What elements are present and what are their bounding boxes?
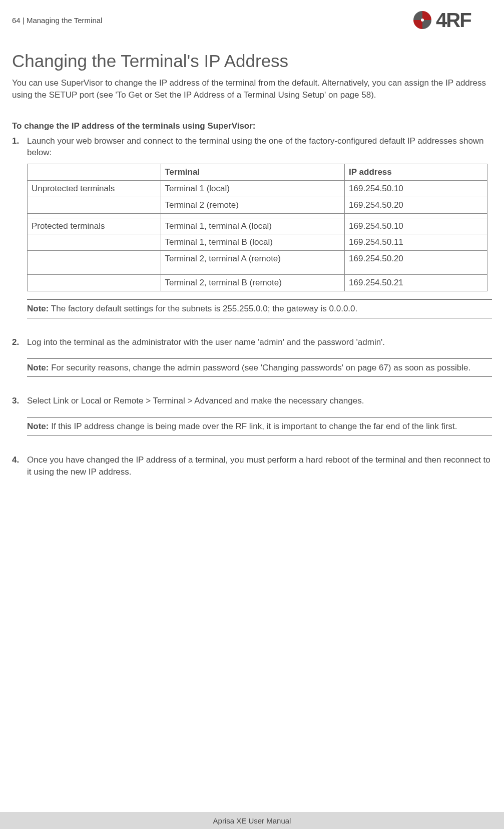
cell — [161, 213, 345, 218]
step-2: 2. Log into the terminal as the administ… — [12, 336, 492, 390]
step-text: Select Link or Local or Remote > Termina… — [27, 395, 492, 407]
table-row: Terminal 1, terminal B (local) 169.254.5… — [28, 234, 487, 251]
cell — [28, 251, 161, 275]
note-2: Note: For security reasons, change the a… — [27, 358, 492, 377]
footer-text: Aprisa XE User Manual — [213, 816, 291, 825]
brand-text-icon: 4RF — [436, 9, 492, 31]
th-ip: IP address — [345, 164, 487, 181]
cell — [28, 197, 161, 213]
table-row: Terminal 2, terminal A (remote) 169.254.… — [28, 251, 487, 275]
table-row: Unprotected terminals Terminal 1 (local)… — [28, 180, 487, 197]
note-label: Note: — [27, 363, 49, 372]
th-terminal: Terminal — [161, 164, 345, 181]
cell: 169.254.50.10 — [345, 180, 487, 197]
cell: Unprotected terminals — [28, 180, 161, 197]
step-number: 2. — [12, 336, 27, 390]
cell: Terminal 1 (local) — [161, 180, 345, 197]
cell: 169.254.50.20 — [345, 251, 487, 275]
step-number: 1. — [12, 135, 27, 331]
table-header-row: Terminal IP address — [28, 164, 487, 181]
step-text: Launch your web browser and connect to t… — [27, 135, 492, 159]
table-row: Terminal 2, terminal B (remote) 169.254.… — [28, 275, 487, 291]
step-text: Once you have changed the IP address of … — [27, 454, 492, 478]
cell: 169.254.50.20 — [345, 197, 487, 213]
page: 64 | Managing the Terminal 4RF Changing … — [0, 0, 504, 829]
pinwheel-icon — [411, 9, 434, 31]
note-1: Note: The factory default settings for t… — [27, 299, 492, 318]
th-blank — [28, 164, 161, 181]
table-row: Protected terminals Terminal 1, terminal… — [28, 218, 487, 234]
cell: Protected terminals — [28, 218, 161, 234]
cell: 169.254.50.10 — [345, 218, 487, 234]
cell: Terminal 2, terminal A (remote) — [161, 251, 345, 275]
cell: 169.254.50.11 — [345, 234, 487, 251]
note-label: Note: — [27, 304, 49, 313]
cell: Terminal 2, terminal B (remote) — [161, 275, 345, 291]
page-number: 64 — [12, 16, 21, 25]
separator: | — [21, 16, 27, 25]
page-meta: 64 | Managing the Terminal — [12, 16, 102, 25]
step-text: Log into the terminal as the administrat… — [27, 336, 492, 348]
page-footer: Aprisa XE User Manual — [0, 812, 504, 829]
step-1: 1. Launch your web browser and connect t… — [12, 135, 492, 331]
page-title: Changing the Terminal's IP Address — [12, 51, 492, 71]
procedure-heading: To change the IP address of the terminal… — [12, 121, 492, 131]
step-4: 4. Once you have changed the IP address … — [12, 454, 492, 478]
chapter-name: Managing the Terminal — [27, 16, 102, 25]
cell: Terminal 1, terminal A (local) — [161, 218, 345, 234]
ip-address-table: Terminal IP address Unprotected terminal… — [27, 164, 487, 291]
cell — [28, 234, 161, 251]
note-3: Note: If this IP address change is being… — [27, 417, 492, 436]
step-3: 3. Select Link or Local or Remote > Term… — [12, 395, 492, 449]
note-text: If this IP address change is being made … — [49, 422, 457, 431]
page-header: 64 | Managing the Terminal 4RF — [12, 9, 492, 31]
cell — [28, 213, 161, 218]
brand-logo: 4RF — [411, 9, 492, 31]
cell: 169.254.50.21 — [345, 275, 487, 291]
step-number: 3. — [12, 395, 27, 449]
cell — [345, 213, 487, 218]
table-row — [28, 213, 487, 218]
note-text: For security reasons, change the admin p… — [49, 363, 470, 372]
intro-paragraph: You can use SuperVisor to change the IP … — [12, 77, 492, 101]
step-number: 4. — [12, 454, 27, 478]
cell — [28, 275, 161, 291]
cell: Terminal 2 (remote) — [161, 197, 345, 213]
table-row: Terminal 2 (remote) 169.254.50.20 — [28, 197, 487, 213]
note-text: The factory default settings for the sub… — [49, 304, 357, 313]
svg-text:4RF: 4RF — [436, 9, 471, 31]
note-label: Note: — [27, 422, 49, 431]
svg-point-0 — [421, 19, 424, 22]
cell: Terminal 1, terminal B (local) — [161, 234, 345, 251]
